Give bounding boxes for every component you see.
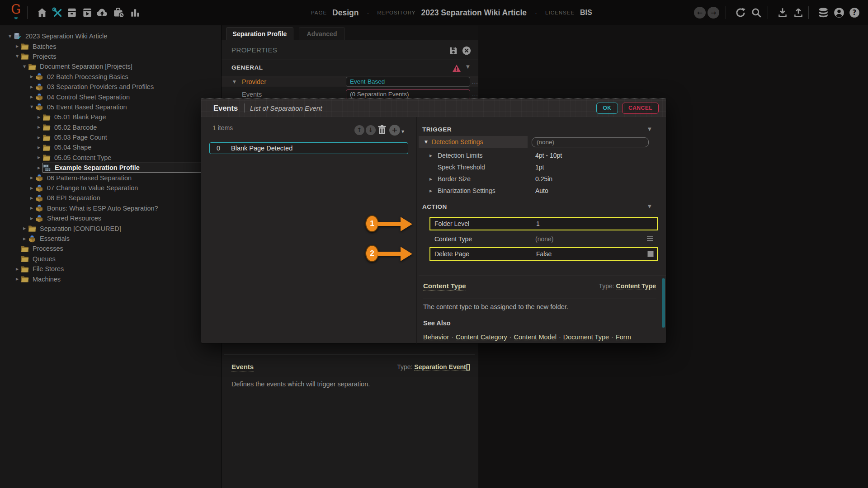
property-row-binarization-settings[interactable]: ▶ Binarization Settings xyxy=(429,186,495,196)
provider-more-button[interactable]: ... xyxy=(472,78,478,85)
help-scrollbar-thumb[interactable] xyxy=(662,278,665,328)
tree-expander-icon[interactable]: ▶ xyxy=(28,75,35,79)
tree-item[interactable]: ▶ Essentials xyxy=(0,234,221,244)
tree-item[interactable]: ▶ Bonus: What is ESP Auto Separation? xyxy=(0,203,221,213)
tree-item[interactable]: ▶ Shared Resources xyxy=(0,213,221,223)
tree-item[interactable]: ▶ 07 Change In Value Separation xyxy=(0,183,221,193)
home-icon[interactable] xyxy=(36,7,48,19)
tab-advanced[interactable]: Advanced xyxy=(299,27,345,40)
tree-item[interactable]: ▶ 05.05 Content Type xyxy=(0,153,221,163)
binarization-settings-expander-icon[interactable]: ▶ xyxy=(429,189,436,193)
tree-item[interactable]: ▶ 05.02 Barcode xyxy=(0,122,221,132)
move-up-icon[interactable]: ↑ xyxy=(354,125,364,135)
tree-expander-icon[interactable]: ▶ xyxy=(28,95,35,99)
trigger-collapse-icon[interactable]: ▼ xyxy=(648,127,651,131)
help-icon[interactable]: ? xyxy=(849,7,860,19)
detection-settings-expander-icon[interactable]: ▼ xyxy=(425,140,432,144)
property-row-provider[interactable]: ▼ Provider Event-Based ... xyxy=(222,76,478,87)
tree-item[interactable]: ▶ 06 Pattern-Based Separation xyxy=(0,173,221,183)
job-schedule-icon[interactable] xyxy=(113,7,124,19)
property-row-detection-limits[interactable]: ▶ Detection Limits xyxy=(429,150,483,160)
storage-box-icon[interactable] xyxy=(66,7,78,19)
tree-item[interactable]: ▶ Separation [CONFIGURED] xyxy=(0,223,221,233)
property-row-speck-threshold[interactable]: Speck Threshold xyxy=(429,162,485,172)
tree-expander-icon[interactable]: ▶ xyxy=(14,277,21,281)
tree-expander-icon[interactable]: ▼ xyxy=(6,34,14,38)
add-menu-caret-icon[interactable]: ▼ xyxy=(401,130,404,134)
page-value[interactable]: Design xyxy=(332,8,359,18)
add-icon[interactable]: + xyxy=(389,125,400,136)
tree-item[interactable]: ▼ Projects xyxy=(0,52,221,61)
tree-expander-icon[interactable]: ▶ xyxy=(21,237,28,241)
tree-expander-icon[interactable]: ▶ xyxy=(28,176,35,180)
tree-expander-icon[interactable]: ▼ xyxy=(14,54,21,58)
tree-expander-icon[interactable]: ▶ xyxy=(35,145,42,150)
tree-item[interactable]: ▶ 05.04 Shape xyxy=(0,142,221,152)
stats-icon[interactable] xyxy=(129,7,141,19)
tree-expander-icon[interactable]: ▶ xyxy=(35,166,42,170)
close-icon[interactable] xyxy=(462,46,472,56)
binarization-settings-value[interactable]: Auto xyxy=(535,187,548,194)
tree-item[interactable]: ▶ Batches xyxy=(0,41,221,51)
tree-expander-icon[interactable]: ▶ xyxy=(14,44,21,48)
content-type-menu-icon[interactable] xyxy=(646,235,653,243)
detection-limits-expander-icon[interactable]: ▶ xyxy=(429,154,436,158)
tree-item[interactable]: Queues xyxy=(0,254,221,264)
tree-expander-icon[interactable]: ▶ xyxy=(28,85,35,89)
tree-expander-icon[interactable]: ▶ xyxy=(35,136,42,140)
events-more-button[interactable]: ... xyxy=(472,91,478,98)
content-type-value[interactable]: (none) xyxy=(535,235,553,243)
tree-expander-icon[interactable]: ▶ xyxy=(35,155,42,160)
property-row-folder-level[interactable]: Folder Level 1 xyxy=(429,217,658,230)
cloud-upload-icon[interactable] xyxy=(96,7,108,19)
save-icon[interactable] xyxy=(448,46,458,56)
detection-settings-value[interactable]: (none) xyxy=(532,137,649,147)
app-logo[interactable]: G ▾▾ xyxy=(10,3,22,20)
upload-icon[interactable] xyxy=(793,7,804,19)
batch-process-icon[interactable] xyxy=(81,7,93,19)
tree-item[interactable]: Processes xyxy=(0,244,221,253)
tree-item[interactable]: ▶ 05.01 Blank Page xyxy=(0,112,221,122)
tree-item[interactable]: ▶ 04 Control Sheet Separation xyxy=(0,92,221,102)
ok-button[interactable]: OK xyxy=(596,103,618,114)
property-row-border-size[interactable]: ▶ Border Size xyxy=(429,174,471,184)
tree-item[interactable]: ▶ Machines xyxy=(0,274,221,284)
forward-icon[interactable]: → xyxy=(708,7,719,19)
see-also-link[interactable]: Content Category xyxy=(456,333,507,341)
tree-expander-icon[interactable]: ▶ xyxy=(35,115,42,119)
tree-item[interactable]: ▶ 02 Batch Processing Basics xyxy=(0,72,221,82)
action-collapse-icon[interactable]: ▼ xyxy=(648,204,651,209)
search-icon[interactable] xyxy=(750,7,762,19)
delete-page-value[interactable]: False xyxy=(536,250,552,258)
general-collapse-icon[interactable]: ▼ xyxy=(466,64,470,69)
tools-icon[interactable] xyxy=(52,7,63,19)
list-item-blank-page-detected[interactable]: 0 Blank Page Detected xyxy=(209,142,408,154)
tree-expander-icon[interactable]: ▶ xyxy=(28,216,35,221)
tab-separation-profile[interactable]: Separation Profile xyxy=(226,27,293,40)
delete-page-checkbox[interactable] xyxy=(647,251,654,257)
folder-level-value[interactable]: 1 xyxy=(536,220,540,227)
events-value[interactable]: (0 Separation Events) xyxy=(346,89,470,99)
tree-item[interactable]: ▼ 05 Event Based Separation xyxy=(0,102,221,112)
tree-expander-icon[interactable]: ▶ xyxy=(35,125,42,129)
delete-icon[interactable] xyxy=(377,125,387,136)
tree-expander-icon[interactable]: ▶ xyxy=(28,186,35,190)
tree-item[interactable]: ▶ 03 Separation Providers and Profiles xyxy=(0,82,221,92)
cancel-button[interactable]: CANCEL xyxy=(622,103,659,114)
tree-expander-icon[interactable]: ▶ xyxy=(21,226,28,230)
refresh-icon[interactable] xyxy=(735,7,746,19)
user-icon[interactable] xyxy=(833,7,845,19)
detection-limits-value[interactable]: 4pt - 10pt xyxy=(535,152,562,159)
back-icon[interactable]: ← xyxy=(694,7,706,19)
speck-threshold-value[interactable]: 1pt xyxy=(535,164,544,171)
repository-value[interactable]: 2023 Separation Wiki Article xyxy=(421,8,527,18)
tree-expander-icon[interactable]: ▼ xyxy=(21,65,28,69)
see-also-link[interactable]: Behavior xyxy=(423,333,449,341)
tree-expander-icon[interactable]: ▼ xyxy=(28,105,35,109)
border-size-expander-icon[interactable]: ▶ xyxy=(429,177,436,181)
licensee-value[interactable]: BIS xyxy=(580,9,592,17)
type-link[interactable]: Separation Event[] xyxy=(414,363,470,371)
tree-expander-icon[interactable]: ▶ xyxy=(28,206,35,210)
provider-expander-icon[interactable]: ▼ xyxy=(233,80,239,84)
see-also-link[interactable]: Content Model xyxy=(514,333,557,341)
